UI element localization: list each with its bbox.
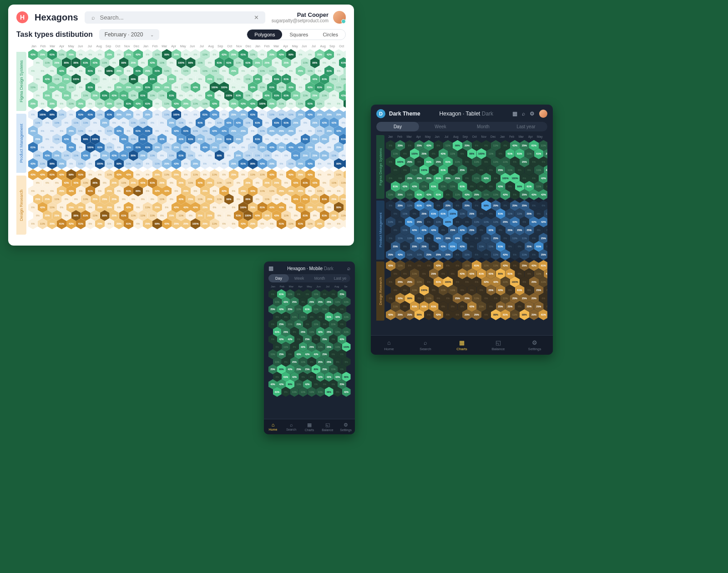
month-label: Apr [296, 285, 305, 288]
section-green: 42%25%61%11%25%6%6%6%25%6%25%42%6%11%99%… [28, 49, 346, 109]
month-label: Feb [507, 135, 517, 138]
user-block[interactable]: Pat Cooper sugarpatty@setproduct.com [272, 11, 346, 24]
seg-circles[interactable]: Circles [315, 30, 345, 40]
cat-product: Product Management [16, 114, 26, 173]
seg-polygons[interactable]: Polygons [247, 30, 282, 40]
tablet-month-header: JanFebMarAprMayJunJulAugSepOctNovDecJanF… [386, 135, 547, 138]
month-label: Mar [160, 45, 169, 48]
tablet-dark-view: D Dark Theme Hexagon · Tablet Dark ▦ ⌕ ⚙… [371, 105, 553, 355]
hex-row: 11%6%25%11%6%25%25%6%6% [273, 357, 351, 367]
page-title: Task types distibution [16, 30, 93, 39]
hex-row: 6%6%25%25%25%61%25%25%6%11%42%6%100%100%… [386, 173, 547, 184]
hex-row: 25%42%11%11%25%25%25%6%11%6%6%11%42%6%11… [386, 249, 547, 260]
hex-row: 6%11%6%42%25%11%25%11%100% [273, 342, 351, 352]
search-icon[interactable]: ⌕ [347, 265, 350, 271]
gear-icon: ⚙ [337, 422, 355, 428]
nav-search[interactable]: ⌕Search [407, 336, 444, 355]
mobile-bottom-nav: ⌂Home ⌕Search ▦Charts ◱Balance ⚙Settings [264, 419, 355, 434]
month-label: Sep [216, 45, 225, 48]
month-label: Mar [404, 135, 414, 138]
month-label: Apr [414, 135, 424, 138]
tablet-title-main: Hexagon · Tablet [440, 111, 480, 117]
month-label: Jan [386, 135, 395, 138]
seg-month[interactable]: Month [309, 274, 330, 282]
avatar[interactable] [539, 110, 547, 118]
tablet-bottom-nav: ⌂Home ⌕Search ▦Charts ◱Balance ⚙Settings [371, 335, 553, 355]
seg-month[interactable]: Month [462, 122, 505, 131]
nav-charts[interactable]: ▦Charts [444, 336, 480, 355]
month-label: Nov [122, 45, 132, 48]
seg-squares[interactable]: Squares [282, 30, 315, 40]
avatar[interactable] [333, 11, 346, 24]
month-label: Aug [332, 285, 341, 288]
month-label: Sep [104, 45, 113, 48]
hex-row: 6%6%11%11%6%6%61%42%11% [273, 312, 351, 322]
month-label: Jul [323, 285, 332, 288]
nav-home[interactable]: ⌂Home [371, 336, 407, 355]
search-icon: ⌕ [407, 339, 444, 346]
month-dropdown[interactable]: February · 2020 ⌄ [99, 29, 160, 40]
hex-row: 6%42%99%6%11%6%6%25%25%11%6%6%11%25%25%2… [386, 293, 547, 304]
tablet-section-blue: 6%25%11%61%42%6%25%6%25%6%99%25%6%25%25%… [386, 200, 547, 260]
month-label: Apr [57, 45, 67, 48]
month-label: Nov [479, 135, 489, 138]
user-text: Pat Cooper sugarpatty@setproduct.com [272, 11, 329, 23]
month-label: May [305, 285, 314, 288]
balance-icon: ◱ [318, 422, 337, 428]
user-name: Pat Cooper [272, 11, 329, 18]
search-box[interactable]: ⌕ ✕ [85, 11, 265, 24]
tablet-logo: D [376, 109, 385, 118]
month-label: May [178, 45, 188, 48]
month-label: Mar [516, 135, 526, 138]
month-label: Jan [498, 135, 507, 138]
nav-settings[interactable]: ⚙Settings [337, 419, 355, 434]
search-icon[interactable]: ⌕ [522, 111, 525, 117]
cat-figma: Figma Design Systems [16, 52, 26, 111]
chevron-down-icon: ⌄ [150, 32, 154, 37]
hex-row: 11%6%61%25%6%11%100%6%6%11%11%11%25%42%6… [386, 216, 547, 227]
mobile-month-header: JanFebMarAprMayJunJulAugSe [268, 285, 350, 288]
month-label: February · 2020 [105, 31, 143, 38]
hex-row: 61%6%11%11%11%11%99%6%42% [273, 387, 351, 397]
nav-settings[interactable]: ⚙Settings [516, 336, 553, 355]
month-label: Apr [526, 135, 536, 138]
calendar-icon[interactable]: ▦ [268, 265, 273, 271]
month-label: Jan [268, 285, 278, 288]
nav-charts[interactable]: ▦Charts [300, 419, 318, 434]
search-input[interactable] [100, 14, 250, 21]
hex-row: 42%25%25%86%6%42%6%6%25%25%6%99%61%11%99… [386, 309, 547, 320]
month-label: Mar [287, 285, 296, 288]
nav-balance[interactable]: ◱Balance [318, 419, 337, 434]
seg-day[interactable]: Day [376, 122, 419, 131]
month-label: Oct [337, 45, 346, 48]
seg-lastyear[interactable]: Last year [505, 122, 547, 131]
tablet-section-green: 6%25%6%25%42%6%11%99%25%6%6%11%6%42%25%6… [386, 140, 547, 200]
nav-balance[interactable]: ◱Balance [480, 336, 516, 355]
nav-search[interactable]: ⌕Search [282, 419, 300, 434]
close-icon[interactable]: ✕ [253, 14, 260, 20]
month-label: May [66, 45, 76, 48]
tablet-toolbar-icons: ▦ ⌕ ⚙ [512, 110, 547, 118]
gear-icon[interactable]: ⚙ [530, 111, 535, 117]
month-label: Oct [113, 45, 123, 48]
month-label: Mar [272, 45, 281, 48]
subheader: Task types distibution February · 2020 ⌄… [16, 29, 346, 40]
seg-lastyear[interactable]: Last ye [330, 274, 350, 282]
month-label: Apr [281, 45, 291, 48]
seg-day[interactable]: Day [268, 274, 289, 282]
calendar-icon[interactable]: ▦ [512, 111, 517, 117]
month-label: Jul [197, 45, 207, 48]
month-label: Sep [328, 45, 337, 48]
month-label: Jan [29, 45, 39, 48]
tablet-section-orange: 42%11%6%6%6%42%6%6%11%61%11%11%42%6%25%4… [386, 260, 547, 320]
nav-home[interactable]: ⌂Home [264, 419, 282, 434]
hex-row: 11%25%11%61%42%61%6%11%42%25%11%11%42%6%… [386, 189, 547, 200]
seg-week[interactable]: Week [289, 274, 309, 282]
hex-row: 6%25%6%25%42%6%11%99%25%6%6%11%6%42%25%6… [386, 140, 547, 151]
month-label: Mar [48, 45, 57, 48]
tablet-topbar: D Dark Theme Hexagon · Tablet Dark ▦ ⌕ ⚙ [376, 109, 547, 118]
search-icon: ⌕ [90, 14, 96, 20]
brand-title: Hexagons [35, 12, 78, 23]
seg-week[interactable]: Week [419, 122, 462, 131]
shape-segments: Polygons Squares Circles [247, 29, 346, 40]
